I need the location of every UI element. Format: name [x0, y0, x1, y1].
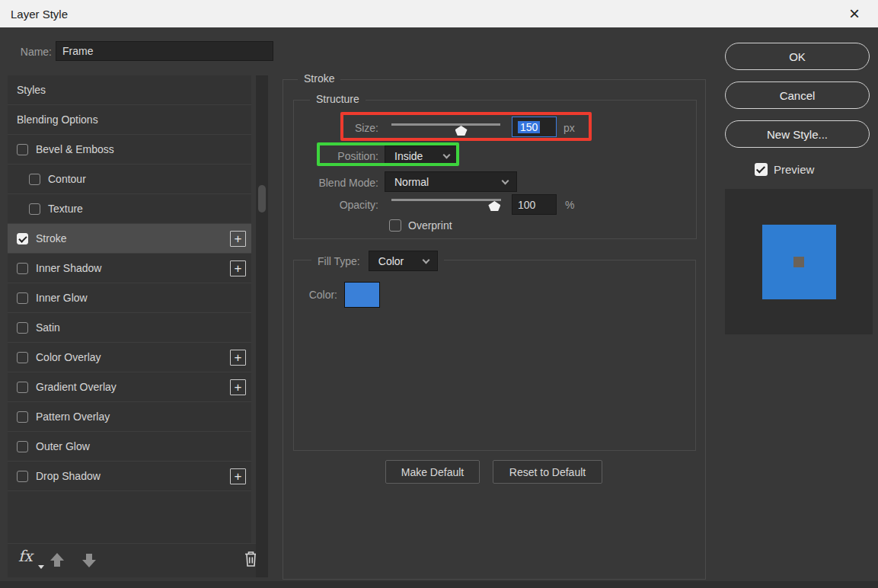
chevron-down-icon — [502, 177, 509, 184]
add-effect-icon[interactable]: + — [230, 379, 246, 395]
name-input[interactable] — [56, 41, 273, 61]
fx-menu-button[interactable]: fx — [18, 547, 33, 565]
close-icon[interactable]: × — [841, 0, 867, 27]
sidebar-footer: fx — [8, 543, 268, 577]
opacity-label: Opacity: — [293, 199, 378, 211]
dialog-bottom-edge — [0, 581, 878, 588]
name-label: Name: — [15, 46, 52, 58]
sidebar-item-bevel-emboss[interactable]: Bevel & Emboss — [8, 135, 251, 165]
slider-thumb[interactable] — [488, 201, 500, 211]
overprint-checkbox[interactable] — [389, 219, 401, 232]
fill-type-value: Color — [378, 255, 404, 267]
dialog-title: Layer Style — [11, 8, 68, 21]
sidebar-item-drop-shadow[interactable]: Drop Shadow + — [8, 462, 251, 491]
position-value: Inside — [394, 150, 423, 162]
preview-label: Preview — [774, 163, 814, 176]
style-preview-thumbnail — [725, 189, 873, 334]
sidebar-item-gradient-overlay[interactable]: Gradient Overlay + — [8, 372, 251, 402]
sidebar-item-contour[interactable]: Contour — [8, 165, 251, 194]
layer-style-dialog: Layer Style × Name: Styles Blending Opti… — [0, 0, 878, 588]
opacity-slider[interactable] — [391, 195, 501, 210]
sidebar-item-pattern-overlay[interactable]: Pattern Overlay — [8, 402, 251, 432]
sidebar-item-texture[interactable]: Texture — [8, 194, 251, 224]
add-effect-icon[interactable]: + — [230, 468, 246, 484]
opacity-input[interactable]: 100 — [512, 194, 557, 215]
opacity-unit: % — [565, 199, 574, 211]
reset-to-default-button[interactable]: Reset to Default — [493, 460, 602, 484]
sidebar-item-blending-options[interactable]: Blending Options — [8, 105, 251, 135]
position-label: Position: — [293, 150, 378, 162]
blend-mode-value: Normal — [394, 176, 429, 188]
move-effect-up-icon[interactable] — [50, 553, 64, 567]
add-effect-icon[interactable]: + — [230, 260, 246, 276]
fill-type-legend: Fill Type: Color — [311, 250, 444, 272]
position-dropdown[interactable]: Inside — [385, 145, 458, 166]
size-slider[interactable] — [391, 120, 500, 135]
sidebar-item-inner-shadow[interactable]: Inner Shadow + — [8, 254, 251, 283]
add-effect-icon[interactable]: + — [230, 231, 246, 247]
size-value: 150 — [518, 121, 540, 133]
opacity-value: 100 — [518, 199, 535, 211]
titlebar: Layer Style — [0, 0, 878, 27]
effect-checkbox[interactable] — [17, 382, 28, 393]
size-input[interactable]: 150 — [512, 117, 557, 137]
color-label: Color: — [293, 289, 337, 301]
preview-stroke-square — [762, 225, 836, 299]
blend-mode-dropdown[interactable]: Normal — [385, 171, 517, 192]
overprint-label: Overprint — [408, 219, 452, 232]
sidebar-item-outer-glow[interactable]: Outer Glow — [8, 432, 251, 462]
panel-title: Stroke — [298, 72, 340, 85]
structure-legend: Structure — [310, 93, 366, 105]
chevron-down-icon — [443, 151, 451, 158]
sidebar-item-color-overlay[interactable]: Color Overlay + — [8, 343, 251, 372]
cancel-button[interactable]: Cancel — [725, 81, 870, 109]
size-label: Size: — [293, 122, 378, 134]
effect-checkbox[interactable] — [17, 292, 28, 304]
slider-thumb[interactable] — [455, 126, 468, 136]
preview-layer-square — [793, 257, 804, 267]
slider-track — [391, 123, 500, 126]
effect-checkbox-checked[interactable] — [17, 233, 28, 244]
fx-caret-icon — [38, 565, 44, 569]
stroke-color-swatch[interactable] — [344, 282, 380, 308]
sidebar-item-satin[interactable]: Satin — [8, 313, 251, 343]
effect-checkbox[interactable] — [29, 203, 40, 215]
blend-mode-label: Blend Mode: — [293, 177, 378, 189]
add-effect-icon[interactable]: + — [230, 350, 246, 366]
effect-checkbox[interactable] — [17, 352, 28, 363]
make-default-button[interactable]: Make Default — [385, 460, 480, 484]
move-effect-down-icon[interactable] — [82, 553, 96, 567]
sidebar-item-inner-glow[interactable]: Inner Glow — [8, 283, 251, 313]
effect-checkbox[interactable] — [17, 471, 28, 482]
new-style-button[interactable]: New Style... — [725, 120, 870, 148]
effect-checkbox[interactable] — [17, 441, 28, 452]
effect-checkbox[interactable] — [17, 411, 28, 423]
effect-checkbox[interactable] — [17, 263, 28, 274]
fill-type-label: Fill Type: — [318, 255, 360, 267]
chevron-down-icon — [422, 256, 429, 264]
scrollbar-thumb[interactable] — [258, 185, 266, 213]
sidebar-item-stroke[interactable]: Stroke + — [8, 224, 251, 254]
effect-checkbox[interactable] — [17, 144, 28, 155]
preview-checkbox[interactable] — [755, 163, 768, 176]
slider-track — [391, 199, 501, 201]
effect-checkbox[interactable] — [29, 174, 40, 185]
sidebar-item-styles[interactable]: Styles — [8, 75, 251, 105]
size-unit: px — [564, 122, 575, 134]
fill-type-dropdown[interactable]: Color — [369, 251, 438, 271]
sidebar-scrollbar[interactable] — [256, 75, 268, 577]
effect-checkbox[interactable] — [17, 322, 28, 334]
ok-button[interactable]: OK — [725, 43, 870, 70]
